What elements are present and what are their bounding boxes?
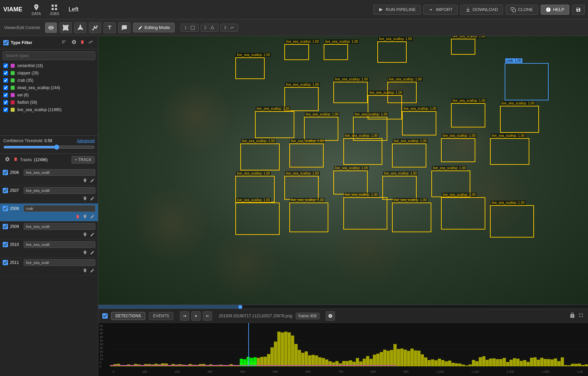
track-edit-icon[interactable] xyxy=(90,250,95,256)
lock-button[interactable] xyxy=(569,312,575,319)
events-tab[interactable]: EVENTS xyxy=(149,312,173,320)
type-list-item[interactable]: live_sea_scallop (11985) xyxy=(0,106,98,113)
detection-box[interactable]: live_sea_scallop: 1.00 xyxy=(382,176,417,200)
type-list-item[interactable]: cerianthid (18) xyxy=(0,62,98,69)
detection-box[interactable]: live_sea_scallop: 1.00 xyxy=(402,111,436,135)
add-track-button[interactable]: + TRACK xyxy=(72,156,95,163)
settings-icon[interactable] xyxy=(70,39,78,46)
import-button[interactable]: IMPORT xyxy=(423,5,457,15)
scrubber-thumb[interactable] xyxy=(238,305,242,309)
detection-box[interactable]: live_sea_scallop: 1.00 xyxy=(289,203,329,232)
track-type-input[interactable] xyxy=(24,259,95,266)
polyline-button[interactable] xyxy=(89,22,101,33)
detection-box[interactable]: live_sea_scallop: 1.00 xyxy=(392,143,426,167)
track-location-icon[interactable] xyxy=(83,268,87,274)
run-pipeline-button[interactable]: RUN PIPELINE xyxy=(373,5,421,15)
confidence-slider[interactable] xyxy=(3,144,95,150)
detection-box[interactable]: live_sea_scallop: 1.00 xyxy=(333,170,368,195)
track-edit-icon[interactable] xyxy=(90,268,95,274)
nav-data[interactable]: DATA xyxy=(29,2,44,17)
type-checkbox[interactable] xyxy=(3,100,8,105)
type-list-item[interactable]: crab (35) xyxy=(0,77,98,84)
info-button[interactable] xyxy=(326,311,335,321)
detection-box[interactable]: live_sea_scallop: 1.00 xyxy=(324,44,348,60)
type-checkbox[interactable] xyxy=(3,78,8,83)
track-checkbox[interactable] xyxy=(3,260,8,265)
track-checkbox[interactable] xyxy=(3,170,8,175)
detection-box[interactable]: live_sea_scallop: 1.00 xyxy=(490,138,529,165)
editing-mode-button[interactable]: Editing Mode xyxy=(133,23,175,32)
detection-box[interactable]: live_sea_scallop: 1.00 xyxy=(284,176,319,200)
detection-box[interactable]: live_sea_scallop: 1.00 xyxy=(441,197,485,230)
track-edit-icon[interactable] xyxy=(90,196,95,202)
detection-box[interactable]: live_sea_scallop: 1.00 xyxy=(451,103,485,127)
track-location-icon[interactable] xyxy=(83,250,87,256)
text-button[interactable] xyxy=(104,22,116,33)
type-list-item[interactable]: eel (6) xyxy=(0,91,98,99)
tracks-delete-icon[interactable] xyxy=(13,157,18,162)
track-location-icon[interactable] xyxy=(83,232,87,238)
type-list-item[interactable]: dead_sea_scallop (144) xyxy=(0,84,98,91)
timeline-checkbox[interactable] xyxy=(102,313,108,319)
help-button[interactable]: HELP xyxy=(541,5,569,15)
delete-icon[interactable] xyxy=(80,40,85,45)
type-checkbox[interactable] xyxy=(3,63,8,68)
type-filter-checkbox[interactable] xyxy=(3,40,9,45)
detection-box[interactable]: live_sea_scallop: 1.00 xyxy=(490,205,534,238)
detection-box[interactable]: live_sea_scallop: 1.00 xyxy=(333,82,368,103)
detection-box[interactable]: live_sea_scallop: 1.00 xyxy=(304,117,338,141)
detection-box[interactable]: live_sea_scallop: 1.00 xyxy=(500,106,539,133)
track-edit-icon[interactable] xyxy=(90,178,95,184)
detection-box[interactable]: live_sea_scallop: 1.00 xyxy=(392,203,431,232)
prev-frame-button[interactable] xyxy=(180,311,189,321)
detection-box[interactable]: live_sea_scallop: 1.00 xyxy=(235,203,279,235)
track-type-input[interactable] xyxy=(24,223,95,230)
play-button[interactable] xyxy=(191,311,201,321)
image-viewer[interactable]: live_sea_scallop: 1.00live_sea_scallop: … xyxy=(98,36,588,305)
type-checkbox[interactable] xyxy=(3,93,8,97)
detection-box[interactable]: live_sea_scallop: 1.00 xyxy=(377,41,407,63)
track-edit-icon[interactable] xyxy=(90,214,95,220)
download-button[interactable]: DOWNLOAD xyxy=(460,5,503,15)
track-type-input[interactable] xyxy=(24,187,95,194)
detections-tab[interactable]: DETECTIONS xyxy=(111,312,145,320)
detection-box[interactable]: live_sea_scallop: 1.00 xyxy=(240,143,280,170)
track-edit-icon[interactable] xyxy=(90,232,95,238)
histogram-canvas[interactable] xyxy=(110,323,588,366)
track-delete-icon[interactable] xyxy=(75,214,80,220)
track-location-icon[interactable] xyxy=(83,196,87,202)
shortcut2-button[interactable]: 2 : xyxy=(201,24,218,32)
track-checkbox[interactable] xyxy=(3,224,8,229)
polygon-button[interactable] xyxy=(74,22,86,33)
track-type-input[interactable] xyxy=(24,169,95,176)
type-checkbox[interactable] xyxy=(3,85,8,90)
visibility-button[interactable] xyxy=(45,22,57,33)
search-types-input[interactable] xyxy=(3,51,95,60)
type-checkbox[interactable] xyxy=(3,71,8,75)
next-frame-button[interactable] xyxy=(203,311,212,321)
comment-button[interactable] xyxy=(118,22,130,33)
detection-box[interactable]: live_sea_scallop: 1.00 xyxy=(343,138,383,165)
track-location-icon[interactable] xyxy=(83,214,87,220)
tracks-settings-icon[interactable] xyxy=(3,156,11,163)
timeline-scrubber[interactable] xyxy=(98,305,588,309)
advanced-link[interactable]: Advanced xyxy=(77,138,95,143)
type-checkbox[interactable] xyxy=(3,107,8,112)
detection-box[interactable]: live_sea_scallop: 1.00 xyxy=(451,39,475,55)
detection-box[interactable]: live_sea_scallop: 1.00 xyxy=(284,44,309,60)
type-list-item[interactable]: clapper (29) xyxy=(0,69,98,77)
transfer-icon[interactable] xyxy=(87,39,95,46)
detection-box[interactable]: live_sea_scallop: 1.00 xyxy=(441,138,475,162)
detection-box[interactable]: live_sea_scallop: 1.00 xyxy=(255,111,294,138)
clone-button[interactable]: CLONE xyxy=(506,5,538,15)
shortcut1-button[interactable]: 1 : xyxy=(181,24,198,32)
track-checkbox[interactable] xyxy=(3,242,8,247)
track-location-icon[interactable] xyxy=(83,178,87,184)
nav-jobs[interactable]: JOBS xyxy=(47,2,62,17)
track-type-input[interactable] xyxy=(24,205,95,212)
detection-box[interactable]: crab: 1.00 xyxy=(505,63,549,101)
detection-box[interactable]: live_sea_scallop: 1.00 xyxy=(289,143,324,167)
shortcut3-button[interactable]: 3 : xyxy=(220,24,238,32)
detection-box[interactable]: live_sea_scallop: 1.00 xyxy=(235,57,265,79)
track-checkbox[interactable] xyxy=(3,206,8,211)
